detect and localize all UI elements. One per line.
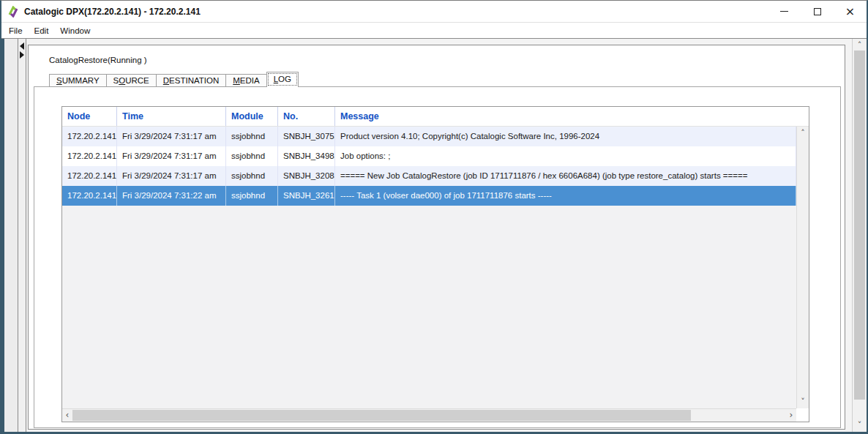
column-header-message[interactable]: Message [335, 107, 809, 126]
tab-media[interactable]: MEDIA [225, 74, 266, 87]
table-cell: SNBJH_3261J [278, 186, 335, 206]
table-row[interactable]: 172.20.2.141Fri 3/29/2024 7:31:22 amssjo… [62, 186, 796, 206]
scrollbar-corner [796, 408, 809, 422]
table-row[interactable]: 172.20.2.141Fri 3/29/2024 7:31:17 amssjo… [62, 127, 796, 146]
scroll-up-icon[interactable]: ˄ [797, 127, 809, 139]
table-cell: Fri 3/29/2024 7:31:17 am [117, 166, 226, 186]
window-title: Catalogic DPX(172.20.2.141) - 172.20.2.1… [24, 7, 201, 17]
table-row[interactable]: 172.20.2.141Fri 3/29/2024 7:31:17 amssjo… [62, 166, 796, 186]
tab-label-key: O [119, 76, 125, 85]
menu-item-file[interactable]: File [3, 25, 29, 37]
window-vertical-scrollbar[interactable]: ˄ ˅ [852, 39, 867, 432]
table-cell: SNBJH_3075J [278, 127, 335, 146]
table-cell: Fri 3/29/2024 7:31:22 am [117, 186, 226, 206]
job-title: CatalogRestore(Running ) [49, 56, 147, 64]
left-rail [4, 39, 18, 432]
window-controls: × [768, 1, 867, 22]
table-cell: 172.20.2.141 [62, 127, 117, 146]
tab-label-key: M [233, 76, 240, 85]
table-cell: ssjobhnd [226, 166, 278, 186]
tab-label-post: URCE [125, 76, 149, 85]
table-cell: 172.20.2.141 [62, 186, 117, 206]
menu-bar: FileEditWindow [1, 23, 867, 39]
table-horizontal-scrollbar[interactable]: ‹ › [62, 408, 796, 422]
table-cell: SNBJH_3208J [278, 166, 335, 186]
close-icon: × [845, 6, 855, 18]
tab-strip: SUMMARYSOURCEDESTINATIONMEDIALOG [49, 72, 298, 87]
table-cell: Job options: ; [335, 146, 796, 166]
catalogic-logo-icon [7, 6, 19, 18]
tab-label-post: EDIA [240, 76, 260, 85]
workspace: CatalogRestore(Running ) SUMMARYSOURCEDE… [1, 39, 867, 434]
column-header-time[interactable]: Time [117, 107, 226, 126]
tab-destination[interactable]: DESTINATION [156, 74, 226, 87]
table-cell: 172.20.2.141 [62, 166, 117, 186]
tab-label-key: S [56, 76, 62, 85]
close-button[interactable]: × [834, 1, 867, 22]
table-cell: ssjobhnd [226, 127, 278, 146]
table-cell: Fri 3/29/2024 7:31:17 am [117, 146, 226, 166]
table-cell: ssjobhnd [226, 146, 278, 166]
table-cell: Product version 4.10; Copyright(c) Catal… [335, 127, 796, 146]
tab-label-post: OG [278, 75, 291, 83]
tab-summary[interactable]: SUMMARY [49, 74, 107, 87]
scroll-down-icon[interactable]: ˅ [797, 396, 809, 408]
column-header-node[interactable]: Node [62, 107, 117, 126]
vertical-scroll-thumb[interactable] [854, 50, 865, 400]
scroll-down-icon[interactable]: ˅ [853, 419, 867, 431]
log-table: NodeTimeModuleNo.Message 172.20.2.141Fri… [61, 106, 809, 422]
table-cell: ===== New Job CatalogRestore (job ID 171… [335, 166, 796, 186]
tab-source[interactable]: SOURCE [106, 74, 157, 87]
table-header-row: NodeTimeModuleNo.Message [62, 107, 809, 127]
menu-item-edit[interactable]: Edit [29, 25, 55, 37]
collapse-left-icon[interactable] [20, 42, 24, 50]
maximize-icon [814, 8, 821, 15]
tab-label-post: ESTINATION [169, 76, 219, 85]
table-row[interactable]: 172.20.2.141Fri 3/29/2024 7:31:17 amssjo… [62, 146, 796, 166]
collapse-right-icon[interactable] [20, 51, 24, 59]
job-panel: CatalogRestore(Running ) SUMMARYSOURCEDE… [28, 45, 845, 430]
title-bar: Catalogic DPX(172.20.2.141) - 172.20.2.1… [1, 1, 867, 23]
table-vertical-scrollbar[interactable]: ˄ ˅ [796, 127, 809, 408]
tab-log[interactable]: LOG [266, 72, 299, 87]
minimize-button[interactable] [768, 1, 801, 22]
table-cell: SNBJH_3498J [278, 146, 335, 166]
main-area: CatalogRestore(Running ) SUMMARYSOURCEDE… [26, 39, 852, 432]
tab-label-post: UMMARY [62, 76, 100, 85]
splitter-handle[interactable] [18, 39, 26, 432]
maximize-button[interactable] [801, 1, 834, 22]
minimize-icon [780, 11, 788, 12]
scroll-left-icon[interactable]: ‹ [62, 409, 72, 422]
app-window: Catalogic DPX(172.20.2.141) - 172.20.2.1… [0, 0, 868, 434]
tab-label-key: D [163, 76, 169, 85]
scroll-up-icon[interactable]: ˄ [853, 40, 867, 51]
table-cell: ssjobhnd [226, 186, 278, 206]
table-cell: ----- Task 1 (volser dae000) of job 1711… [335, 186, 796, 206]
table-cell: 172.20.2.141 [62, 146, 117, 166]
horizontal-scroll-thumb[interactable] [72, 410, 691, 421]
menu-item-window[interactable]: Window [54, 25, 96, 37]
column-header-module[interactable]: Module [226, 107, 278, 126]
table-cell: Fri 3/29/2024 7:31:17 am [117, 127, 226, 146]
column-header-no[interactable]: No. [278, 107, 335, 126]
scroll-right-icon[interactable]: › [786, 409, 796, 422]
table-body: 172.20.2.141Fri 3/29/2024 7:31:17 amssjo… [62, 127, 796, 408]
